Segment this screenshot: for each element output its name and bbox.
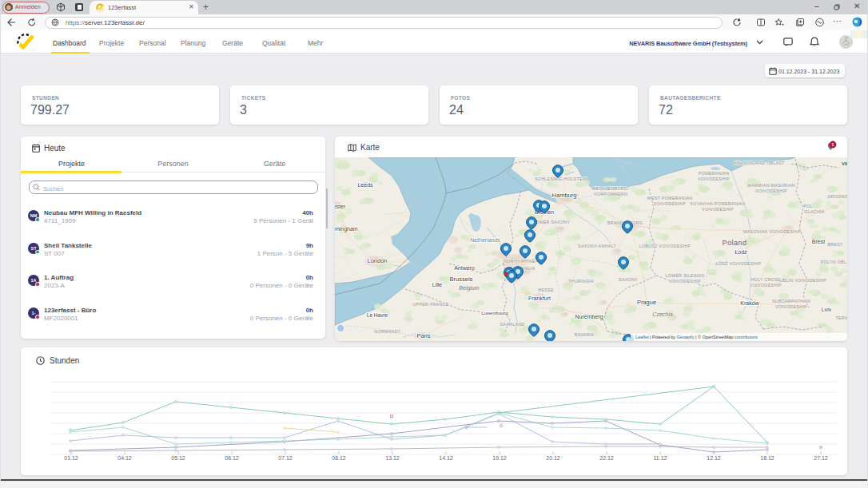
svg-text:LUBLIN VOIVODESHIP: LUBLIN VOIVODESHIP <box>777 278 826 283</box>
svg-text:POLYN OBL: POLYN OBL <box>821 260 846 264</box>
svg-text:SAXONY: SAXONY <box>619 277 638 282</box>
svg-text:22.12: 22.12 <box>599 455 614 461</box>
svg-text:UPPER FRANCE: UPPER FRANCE <box>412 302 448 307</box>
svg-text:07.12: 07.12 <box>278 455 293 461</box>
svg-text:NORTH RHINE-: NORTH RHINE- <box>504 259 537 264</box>
svg-text:Leeds: Leeds <box>357 182 373 188</box>
svg-text:KALININGRAD OBLAST: KALININGRAD OBLAST <box>734 161 785 165</box>
svg-text:VOIVODESHIP: VOIVODESHIP <box>669 279 701 284</box>
svg-text:VOIVODESHIP: VOIVODESHIP <box>702 207 734 212</box>
svg-text:GRODNO: GRODNO <box>827 194 847 199</box>
svg-text:VOIVODESHIP: VOIVODESHIP <box>755 188 787 193</box>
svg-text:Łódź: Łódź <box>735 249 747 255</box>
svg-text:Nuremberg: Nuremberg <box>575 314 603 320</box>
svg-text:19.12: 19.12 <box>492 455 507 461</box>
svg-text:Poland: Poland <box>722 239 747 247</box>
svg-text:WARMIAN-MASURIAN: WARMIAN-MASURIAN <box>747 183 795 188</box>
svg-text:Frankfurt: Frankfurt <box>528 296 551 301</box>
svg-text:Paris: Paris <box>416 332 430 339</box>
svg-text:NORMANDY: NORMANDY <box>374 329 400 334</box>
svg-text:Netherlands: Netherlands <box>470 237 500 243</box>
svg-text:KUYAVIAN-POMERANIAN: KUYAVIAN-POMERANIAN <box>690 201 745 206</box>
svg-text:11.12: 11.12 <box>654 455 667 461</box>
svg-text:Czechia: Czechia <box>652 311 672 317</box>
svg-text:ŁÓDŹ VOIVODESHIP: ŁÓDŹ VOIVODESHIP <box>716 261 762 266</box>
svg-text:BREST: BREST <box>827 242 843 247</box>
svg-text:05.12: 05.12 <box>171 455 185 461</box>
svg-text:Hamburg: Hamburg <box>552 192 577 199</box>
svg-text:HESSE: HESSE <box>538 288 554 292</box>
svg-text:VOIVODESHIP: VOIVODESHIP <box>775 304 807 309</box>
svg-text:POL: POL <box>803 204 813 208</box>
svg-text:POMERANIAN: POMERANIAN <box>699 171 730 176</box>
svg-text:Belgium: Belgium <box>459 285 479 292</box>
svg-text:SCHLESWIG-HOLSTEIN: SCHLESWIG-HOLSTEIN <box>535 177 587 181</box>
svg-text:VOIVODESHIP: VOIVODESHIP <box>654 201 686 206</box>
svg-text:VORPOMMERN: VORPOMMERN <box>594 192 627 196</box>
svg-text:Luxembourg: Luxembourg <box>481 311 508 315</box>
svg-text:LOWER SAXONY: LOWER SAXONY <box>533 220 571 224</box>
svg-text:Lille: Lille <box>432 282 443 288</box>
svg-text:13.12: 13.12 <box>385 455 400 461</box>
svg-text:01.12: 01.12 <box>64 455 78 461</box>
svg-text:WEST POMERANIAN: WEST POMERANIAN <box>647 196 693 200</box>
svg-text:MECKLENBURG-: MECKLENBURG- <box>592 186 629 191</box>
svg-text:chester: chester <box>335 204 346 209</box>
svg-text:20.12: 20.12 <box>546 455 560 461</box>
svg-text:Brussels: Brussels <box>450 276 473 283</box>
svg-text:Kraków: Kraków <box>740 300 759 306</box>
svg-text:12.12: 12.12 <box>707 455 721 461</box>
svg-text:SUBCARPATHIAN: SUBCARPATHIAN <box>772 299 810 304</box>
svg-text:Antwerp: Antwerp <box>454 265 475 272</box>
svg-text:SAARLAND: SAARLAND <box>500 322 525 327</box>
svg-text:VII: VII <box>842 161 847 166</box>
svg-text:08.12: 08.12 <box>332 455 346 461</box>
svg-text:LOWER SILESIAN: LOWER SILESIAN <box>666 273 705 278</box>
svg-text:BAVARIA: BAVARIA <box>575 332 594 337</box>
svg-text:18.12: 18.12 <box>760 455 774 461</box>
svg-text:THURINGIA: THURINGIA <box>568 279 594 284</box>
svg-text:Leaflet | Powered by Geoapify: Leaflet | Powered by Geoapify | © OpenSt… <box>635 335 758 339</box>
svg-text:27.12: 27.12 <box>814 455 828 461</box>
svg-text:VOIVODESHIP: VOIVODESHIP <box>750 283 782 288</box>
svg-text:GLACHIA: GLACHIA <box>804 209 825 214</box>
svg-text:Le Havre: Le Havre <box>367 312 388 318</box>
svg-text:LUBUSZ VOIVODESHIP: LUBUSZ VOIVODESHIP <box>639 244 691 248</box>
svg-text:VOIVODESHIP: VOIVODESHIP <box>698 177 730 181</box>
svg-text:Brest: Brest <box>812 239 825 244</box>
svg-text:Birmingham: Birmingham <box>335 226 358 232</box>
svg-text:MASOVIAN VOIVODESHIP: MASOVIAN VOIVODESHIP <box>743 229 801 234</box>
svg-text:HOLY CROSS: HOLY CROSS <box>751 277 780 282</box>
svg-text:SAXONY-ANHALT: SAXONY-ANHALT <box>578 244 616 248</box>
svg-text:London: London <box>367 257 387 264</box>
svg-text:06.12: 06.12 <box>225 455 239 461</box>
svg-text:14.12: 14.12 <box>439 455 453 461</box>
svg-text:Lviv: Lviv <box>822 307 832 312</box>
svg-text:04.12: 04.12 <box>117 455 132 461</box>
svg-text:TERN: TERN <box>835 315 847 320</box>
svg-text:Prague: Prague <box>637 299 656 306</box>
